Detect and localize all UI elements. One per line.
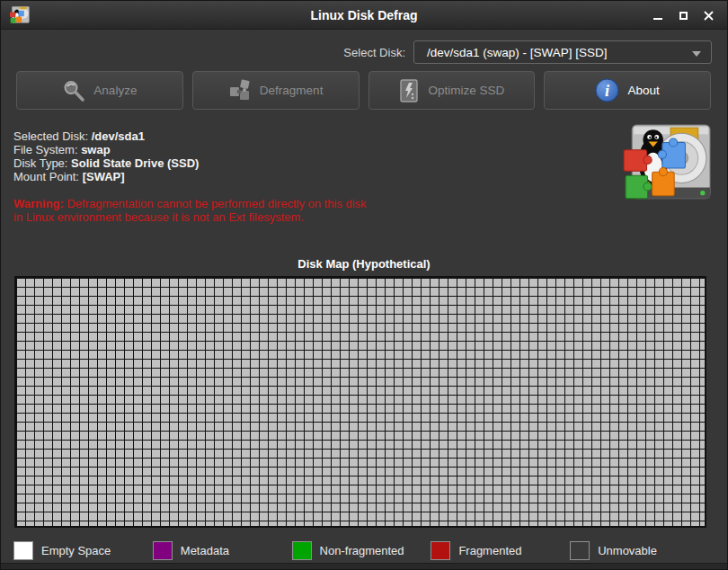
warning-body: Defragmentation cannot be performed dire…: [13, 197, 367, 224]
metadata-swatch: [153, 541, 173, 560]
warning-text: Warning: Defragmentation cannot be perfo…: [13, 197, 371, 224]
info-icon: i: [595, 78, 619, 102]
close-icon: [704, 11, 714, 21]
ssd-chip-icon: [398, 79, 420, 102]
warning-prefix: Warning:: [13, 197, 64, 210]
about-button[interactable]: i About: [544, 71, 711, 110]
legend-item-unmovable: Unmovable: [570, 539, 709, 561]
minimize-button[interactable]: [650, 7, 666, 23]
about-label: About: [627, 84, 659, 97]
optimize-ssd-label: Optimize SSD: [428, 84, 504, 97]
non-fragmented-swatch: [292, 541, 312, 560]
titlebar: Linux Disk Defrag: [1, 1, 727, 30]
selected-disk-line: Selected Disk: /dev/sda1: [13, 129, 199, 143]
disk-type-line: Disk Type: Solid State Drive (SSD): [13, 156, 199, 170]
legend: Empty Space Metadata Non-fragmented Frag…: [13, 539, 709, 561]
legend-item-empty-space: Empty Space: [13, 539, 153, 561]
empty-space-swatch: [13, 541, 33, 560]
maximize-icon: [679, 12, 688, 20]
analyze-label: Analyze: [93, 84, 137, 97]
disk-select-row: Select Disk: /dev/sda1 (swap) - [SWAP] […: [1, 40, 712, 64]
optimize-ssd-button[interactable]: Optimize SSD: [368, 71, 536, 110]
minimize-icon: [653, 18, 662, 20]
app-window: Linux Disk Defrag Select Disk: /dev/sda1…: [0, 0, 728, 570]
mount-point-line: Mount Point: [SWAP]: [13, 170, 199, 183]
legend-item-non-fragmented: Non-fragmented: [292, 539, 431, 561]
window-title: Linux Disk Defrag: [1, 8, 727, 22]
legend-item-fragmented: Fragmented: [431, 539, 570, 561]
defragment-button[interactable]: Defragment: [192, 71, 360, 110]
disk-map-grid: [14, 276, 706, 528]
toolbar: Analyze Defragment Optimize SSD: [16, 71, 711, 110]
maximize-button[interactable]: [675, 7, 691, 23]
analyze-button[interactable]: Analyze: [16, 71, 183, 110]
disk-select-dropdown[interactable]: /dev/sda1 (swap) - [SWAP] [SSD]: [413, 40, 712, 64]
fragmented-swatch: [431, 541, 450, 560]
app-logo-icon: [10, 5, 30, 25]
close-button[interactable]: [700, 7, 716, 23]
window-bottom-edge: [1, 563, 727, 569]
puzzle-icon: [228, 79, 252, 102]
svg-text:i: i: [605, 82, 609, 100]
unmovable-swatch: [570, 541, 590, 560]
select-disk-label: Select Disk:: [343, 46, 405, 59]
defragment-label: Defragment: [260, 84, 324, 97]
disk-info: Selected Disk: /dev/sda1 File System: sw…: [13, 129, 199, 183]
disk-map-title: Disk Map (Hypothetical): [1, 257, 727, 271]
legend-item-metadata: Metadata: [153, 539, 292, 561]
magnifier-icon: [62, 79, 85, 102]
file-system-line: File System: swap: [13, 143, 199, 156]
app-logo-large: [623, 123, 711, 206]
chevron-down-icon: [692, 51, 701, 57]
disk-select-value: /dev/sda1 (swap) - [SWAP] [SSD]: [414, 46, 608, 59]
